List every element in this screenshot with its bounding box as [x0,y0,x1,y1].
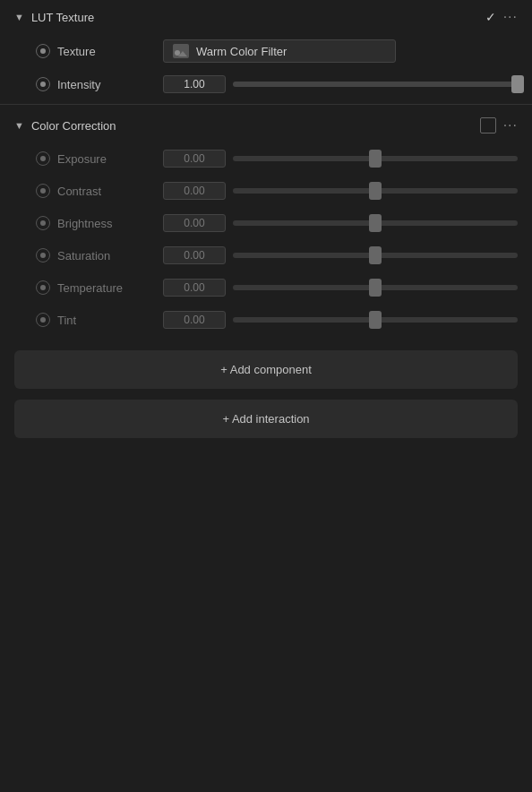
brightness-thumb[interactable] [369,214,382,232]
saturation-slider[interactable] [233,246,518,264]
exposure-thumb[interactable] [369,150,382,168]
exposure-value[interactable]: 0.00 [163,150,226,168]
cc-row-saturation: Saturation 0.00 [0,239,532,271]
contrast-value[interactable]: 0.00 [163,182,226,200]
contrast-label: Contrast [57,185,156,198]
texture-label: Texture [57,45,156,58]
cc-more-icon[interactable]: ··· [503,117,518,133]
section-divider [0,104,532,105]
cc-row-contrast: Contrast 0.00 [0,175,532,207]
temperature-slider[interactable] [233,279,518,297]
add-interaction-button[interactable]: + Add interaction [14,400,518,438]
texture-picker-button[interactable]: Warm Color Filter [163,39,396,63]
cc-row-exposure: Exposure 0.00 [0,142,532,175]
color-correction-properties: Exposure 0.00 Contrast 0.00 Brightness 0… [0,142,532,336]
saturation-track [233,253,518,258]
brightness-label: Brightness [57,217,156,230]
lut-chevron-icon[interactable]: ▼ [14,12,24,22]
brightness-radio[interactable] [36,216,50,230]
tint-slider[interactable] [233,311,518,329]
intensity-slider-thumb[interactable] [511,75,524,93]
brightness-slider[interactable] [233,214,518,232]
cc-section-title: Color Correction [31,119,473,133]
intensity-value[interactable]: 1.00 [163,75,226,93]
contrast-slider[interactable] [233,182,518,200]
cc-row-tint: Tint 0.00 [0,304,532,336]
exposure-track [233,156,518,161]
temperature-label: Temperature [57,281,156,295]
intensity-label: Intensity [57,78,156,91]
saturation-label: Saturation [57,249,156,263]
saturation-thumb[interactable] [369,246,382,264]
intensity-row: Intensity 1.00 [0,68,532,100]
color-correction-header: ▼ Color Correction ··· [0,108,532,142]
lut-section-title: LUT Texture [31,11,478,24]
tint-label: Tint [57,314,156,327]
cc-row-brightness: Brightness 0.00 [0,207,532,239]
exposure-radio[interactable] [36,151,50,166]
cc-enable-checkbox[interactable] [480,117,496,133]
bottom-section: + Add component + Add interaction [0,336,532,438]
contrast-radio[interactable] [36,184,50,198]
brightness-value[interactable]: 0.00 [163,214,226,232]
lut-more-icon[interactable]: ··· [503,9,518,25]
temperature-radio[interactable] [36,280,50,295]
saturation-radio[interactable] [36,248,50,263]
tint-track [233,317,518,323]
tint-value[interactable]: 0.00 [163,311,226,329]
texture-name: Warm Color Filter [196,45,287,58]
temperature-thumb[interactable] [369,279,382,297]
lut-check-icon[interactable]: ✓ [485,10,496,24]
cc-row-temperature: Temperature 0.00 [0,271,532,304]
exposure-label: Exposure [57,152,156,166]
panel: ▼ LUT Texture ✓ ··· Texture Warm Color F… [0,0,532,438]
exposure-slider[interactable] [233,150,518,168]
intensity-radio[interactable] [36,77,50,91]
temperature-track [233,285,518,290]
cc-chevron-icon[interactable]: ▼ [14,120,24,131]
texture-image-icon [173,44,189,58]
tint-radio[interactable] [36,313,50,327]
add-component-button[interactable]: + Add component [14,350,518,389]
tint-thumb[interactable] [369,311,382,329]
contrast-track [233,188,518,194]
texture-row: Texture Warm Color Filter [0,34,532,68]
lut-section-header: ▼ LUT Texture ✓ ··· [0,0,532,34]
intensity-slider-track [233,82,518,87]
intensity-slider[interactable] [233,75,518,93]
saturation-value[interactable]: 0.00 [163,246,226,264]
brightness-track [233,220,518,226]
temperature-value[interactable]: 0.00 [163,279,226,297]
texture-radio[interactable] [36,44,50,58]
contrast-thumb[interactable] [369,182,382,200]
